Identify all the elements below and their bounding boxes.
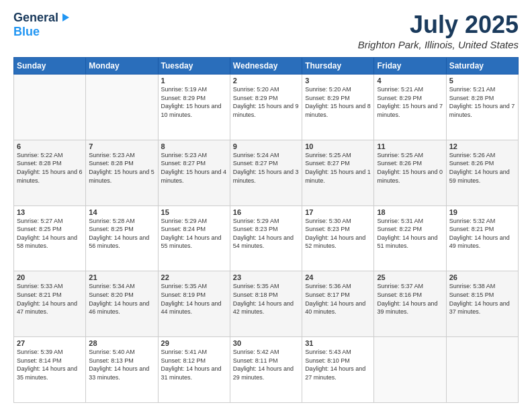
day-number: 6	[17, 142, 83, 150]
svg-marker-0	[62, 13, 69, 21]
day-number: 26	[449, 273, 515, 281]
day-info: Sunrise: 5:26 AM Sunset: 8:26 PM Dayligh…	[449, 151, 515, 185]
cell-1-0: 6Sunrise: 5:22 AM Sunset: 8:28 PM Daylig…	[14, 140, 86, 205]
day-info: Sunrise: 5:39 AM Sunset: 8:14 PM Dayligh…	[17, 348, 83, 381]
day-info: Sunrise: 5:38 AM Sunset: 8:15 PM Dayligh…	[449, 282, 515, 316]
day-number: 20	[17, 273, 83, 281]
col-friday: Friday	[374, 58, 446, 75]
day-number: 15	[161, 208, 227, 216]
day-info: Sunrise: 5:34 AM Sunset: 8:20 PM Dayligh…	[89, 282, 154, 316]
day-number: 27	[17, 339, 83, 347]
cell-2-6: 19Sunrise: 5:32 AM Sunset: 8:21 PM Dayli…	[446, 205, 518, 271]
day-number: 14	[89, 208, 154, 216]
day-number: 11	[377, 142, 443, 150]
week-row-0: 1Sunrise: 5:19 AM Sunset: 8:29 PM Daylig…	[14, 75, 519, 140]
cell-0-0	[14, 75, 86, 140]
col-tuesday: Tuesday	[158, 58, 230, 75]
cell-0-2: 1Sunrise: 5:19 AM Sunset: 8:29 PM Daylig…	[158, 75, 230, 140]
day-number: 18	[377, 208, 443, 216]
day-info: Sunrise: 5:20 AM Sunset: 8:29 PM Dayligh…	[233, 85, 299, 119]
day-number: 13	[17, 208, 83, 216]
day-info: Sunrise: 5:36 AM Sunset: 8:17 PM Dayligh…	[305, 282, 371, 316]
cell-1-2: 8Sunrise: 5:23 AM Sunset: 8:27 PM Daylig…	[158, 140, 230, 205]
day-info: Sunrise: 5:21 AM Sunset: 8:28 PM Dayligh…	[449, 85, 515, 119]
cell-4-3: 30Sunrise: 5:42 AM Sunset: 8:11 PM Dayli…	[230, 337, 302, 403]
day-number: 2	[233, 77, 299, 85]
day-number: 19	[449, 208, 515, 216]
day-number: 16	[233, 208, 299, 216]
day-number: 30	[233, 339, 299, 347]
cell-0-5: 4Sunrise: 5:21 AM Sunset: 8:29 PM Daylig…	[374, 75, 446, 140]
day-number: 17	[305, 208, 371, 216]
logo: General Blue	[13, 11, 71, 39]
day-info: Sunrise: 5:28 AM Sunset: 8:25 PM Dayligh…	[89, 217, 154, 250]
cell-2-5: 18Sunrise: 5:31 AM Sunset: 8:22 PM Dayli…	[374, 205, 446, 271]
cell-3-3: 23Sunrise: 5:35 AM Sunset: 8:18 PM Dayli…	[230, 271, 302, 337]
cell-3-4: 24Sunrise: 5:36 AM Sunset: 8:17 PM Dayli…	[302, 271, 374, 337]
cell-1-5: 11Sunrise: 5:25 AM Sunset: 8:26 PM Dayli…	[374, 140, 446, 205]
day-info: Sunrise: 5:32 AM Sunset: 8:21 PM Dayligh…	[449, 217, 515, 250]
cell-3-1: 21Sunrise: 5:34 AM Sunset: 8:20 PM Dayli…	[86, 271, 158, 337]
day-info: Sunrise: 5:35 AM Sunset: 8:19 PM Dayligh…	[161, 282, 227, 316]
day-number: 23	[233, 273, 299, 281]
day-number: 7	[89, 142, 154, 150]
main-title: July 2025	[358, 11, 519, 39]
cell-0-3: 2Sunrise: 5:20 AM Sunset: 8:29 PM Daylig…	[230, 75, 302, 140]
calendar-table: Sunday Monday Tuesday Wednesday Thursday…	[13, 57, 519, 403]
day-info: Sunrise: 5:22 AM Sunset: 8:28 PM Dayligh…	[17, 151, 83, 185]
cell-4-6	[446, 337, 518, 403]
day-number: 12	[449, 142, 515, 150]
day-number: 21	[89, 273, 154, 281]
day-number: 4	[377, 77, 443, 85]
header: General Blue July 2025 Brighton Park, Il…	[13, 11, 519, 50]
day-info: Sunrise: 5:35 AM Sunset: 8:18 PM Dayligh…	[233, 282, 299, 316]
week-row-2: 13Sunrise: 5:27 AM Sunset: 8:25 PM Dayli…	[14, 205, 519, 271]
day-number: 5	[449, 77, 515, 85]
day-number: 8	[161, 142, 227, 150]
logo-line2: Blue	[13, 25, 40, 39]
calendar-header-row: Sunday Monday Tuesday Wednesday Thursday…	[14, 58, 519, 75]
cell-4-2: 29Sunrise: 5:41 AM Sunset: 8:12 PM Dayli…	[158, 337, 230, 403]
day-info: Sunrise: 5:43 AM Sunset: 8:10 PM Dayligh…	[305, 348, 371, 381]
week-row-1: 6Sunrise: 5:22 AM Sunset: 8:28 PM Daylig…	[14, 140, 519, 205]
day-number: 9	[233, 142, 299, 150]
cell-4-0: 27Sunrise: 5:39 AM Sunset: 8:14 PM Dayli…	[14, 337, 86, 403]
day-info: Sunrise: 5:23 AM Sunset: 8:27 PM Dayligh…	[161, 151, 227, 185]
cell-3-0: 20Sunrise: 5:33 AM Sunset: 8:21 PM Dayli…	[14, 271, 86, 337]
day-info: Sunrise: 5:25 AM Sunset: 8:27 PM Dayligh…	[305, 151, 371, 185]
day-info: Sunrise: 5:29 AM Sunset: 8:23 PM Dayligh…	[233, 217, 299, 250]
day-info: Sunrise: 5:23 AM Sunset: 8:28 PM Dayligh…	[89, 151, 154, 185]
page: General Blue July 2025 Brighton Park, Il…	[0, 0, 532, 411]
day-number: 1	[161, 77, 227, 85]
cell-3-6: 26Sunrise: 5:38 AM Sunset: 8:15 PM Dayli…	[446, 271, 518, 337]
day-number: 28	[89, 339, 154, 347]
cell-0-1	[86, 75, 158, 140]
subtitle: Brighton Park, Illinois, United States	[358, 39, 519, 50]
cell-2-3: 16Sunrise: 5:29 AM Sunset: 8:23 PM Dayli…	[230, 205, 302, 271]
day-number: 3	[305, 77, 371, 85]
day-number: 31	[305, 339, 371, 347]
day-info: Sunrise: 5:24 AM Sunset: 8:27 PM Dayligh…	[233, 151, 299, 185]
day-number: 22	[161, 273, 227, 281]
cell-1-1: 7Sunrise: 5:23 AM Sunset: 8:28 PM Daylig…	[86, 140, 158, 205]
day-number: 10	[305, 142, 371, 150]
cell-3-2: 22Sunrise: 5:35 AM Sunset: 8:19 PM Dayli…	[158, 271, 230, 337]
cell-2-4: 17Sunrise: 5:30 AM Sunset: 8:23 PM Dayli…	[302, 205, 374, 271]
col-thursday: Thursday	[302, 58, 374, 75]
col-saturday: Saturday	[446, 58, 518, 75]
cell-2-0: 13Sunrise: 5:27 AM Sunset: 8:25 PM Dayli…	[14, 205, 86, 271]
day-info: Sunrise: 5:20 AM Sunset: 8:29 PM Dayligh…	[305, 85, 371, 119]
day-info: Sunrise: 5:31 AM Sunset: 8:22 PM Dayligh…	[377, 217, 443, 250]
day-info: Sunrise: 5:30 AM Sunset: 8:23 PM Dayligh…	[305, 217, 371, 250]
cell-1-3: 9Sunrise: 5:24 AM Sunset: 8:27 PM Daylig…	[230, 140, 302, 205]
cell-0-6: 5Sunrise: 5:21 AM Sunset: 8:28 PM Daylig…	[446, 75, 518, 140]
day-info: Sunrise: 5:19 AM Sunset: 8:29 PM Dayligh…	[161, 85, 227, 119]
title-block: July 2025 Brighton Park, Illinois, Unite…	[358, 11, 519, 50]
day-info: Sunrise: 5:29 AM Sunset: 8:24 PM Dayligh…	[161, 217, 227, 250]
logo-general: General	[13, 11, 58, 25]
day-info: Sunrise: 5:21 AM Sunset: 8:29 PM Dayligh…	[377, 85, 443, 119]
col-wednesday: Wednesday	[230, 58, 302, 75]
week-row-4: 27Sunrise: 5:39 AM Sunset: 8:14 PM Dayli…	[14, 337, 519, 403]
logo-line1: General	[13, 11, 71, 25]
cell-1-4: 10Sunrise: 5:25 AM Sunset: 8:27 PM Dayli…	[302, 140, 374, 205]
